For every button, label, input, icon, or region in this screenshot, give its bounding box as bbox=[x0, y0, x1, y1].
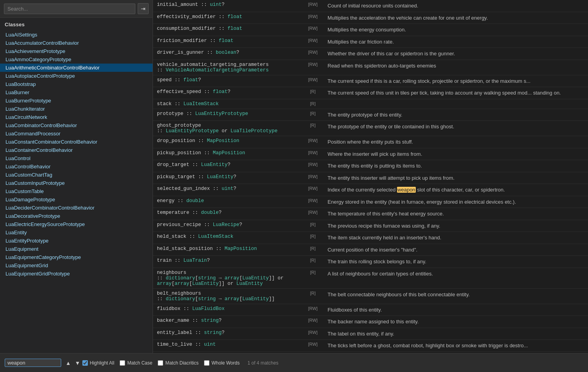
classes-list: LuaAISettingsLuaAccumulatorControlBehavi… bbox=[0, 30, 153, 353]
row-name: belt_neighbours:: dictionary[string → ar… bbox=[153, 288, 302, 304]
whole-words-option[interactable]: Whole Words bbox=[204, 360, 240, 366]
row-access: [RW] bbox=[302, 340, 324, 352]
row-access: [R] bbox=[302, 87, 324, 99]
row-desc: The entity prototype of this entity. bbox=[324, 109, 588, 121]
match-diacritics-label: Match Diacritics bbox=[165, 360, 198, 366]
sidebar-item[interactable]: LuaEntity bbox=[0, 228, 153, 237]
row-desc: Index of the currently selected weapon s… bbox=[324, 184, 588, 196]
whole-words-label: Whole Words bbox=[211, 360, 240, 366]
sidebar-item[interactable]: LuaDeciderCombinatorControlBehavior bbox=[0, 204, 153, 212]
sidebar-item[interactable]: LuaContainerControlBehavior bbox=[0, 146, 153, 154]
row-access: [RW] bbox=[302, 75, 324, 87]
table-row: belt_neighbours:: dictionary[string → ar… bbox=[153, 288, 588, 304]
sidebar-item[interactable]: LuaCustomInputPrototype bbox=[0, 179, 153, 187]
row-access: [R] bbox=[302, 256, 324, 268]
bottom-bar: ▲ ▼ Highlight All Match Case Match Diacr… bbox=[0, 353, 588, 372]
find-next-button[interactable]: ▼ bbox=[73, 359, 82, 367]
sidebar-item[interactable]: LuaCircuitNetwork bbox=[0, 113, 153, 121]
sidebar-title: Classes bbox=[0, 18, 153, 30]
row-name: prototype :: LuaEntityPrototype bbox=[153, 109, 302, 121]
highlight-all-checkbox[interactable] bbox=[82, 360, 88, 366]
row-access: [R] bbox=[302, 109, 324, 121]
row-name: temperature :: double? bbox=[153, 208, 302, 220]
table-row: previous_recipe :: LuaRecipe?[R]The prev… bbox=[153, 220, 588, 232]
row-access: [RW] bbox=[302, 316, 324, 328]
main-layout: ⇥ Classes LuaAISettingsLuaAccumulatorCon… bbox=[0, 0, 588, 353]
sidebar-item[interactable]: LuaBootstrap bbox=[0, 80, 153, 88]
sidebar-item[interactable]: LuaControlBehavior bbox=[0, 162, 153, 171]
table-row: effectivity_modifier :: float[RW]Multipl… bbox=[153, 12, 588, 24]
row-name: driver_is_gunner :: boolean? bbox=[153, 48, 302, 60]
search-input[interactable] bbox=[4, 4, 135, 14]
row-name: selected_gun_index :: uint? bbox=[153, 184, 302, 196]
table-row: friction_modifier :: float[RW]Multiplies… bbox=[153, 36, 588, 48]
row-name: train :: LuaTrain? bbox=[153, 256, 302, 268]
sidebar-item[interactable]: LuaDamagePrototype bbox=[0, 195, 153, 204]
row-desc: Where the inserter will pick up items fr… bbox=[324, 148, 588, 160]
match-case-option[interactable]: Match Case bbox=[120, 360, 152, 366]
sidebar-item[interactable]: LuaEquipment bbox=[0, 245, 153, 253]
search-toggle-button[interactable]: ⇥ bbox=[138, 3, 149, 14]
sidebar-item[interactable]: LuaChunkIterator bbox=[0, 105, 153, 113]
row-name: speed :: float? bbox=[153, 75, 302, 87]
sidebar-item[interactable]: LuaCustomChartTag bbox=[0, 171, 153, 179]
row-desc: The entity this inserter will attempt to… bbox=[324, 172, 588, 184]
sidebar-item[interactable]: LuaConstantCombinatorControlBehavior bbox=[0, 138, 153, 146]
sidebar-item[interactable]: LuaDecorativePrototype bbox=[0, 212, 153, 220]
sidebar-item[interactable]: LuaAutoplaceControlPrototype bbox=[0, 72, 153, 80]
sidebar-item[interactable]: LuaEquipmentGridPrototype bbox=[0, 270, 153, 278]
sidebar-item[interactable]: LuaControl bbox=[0, 154, 153, 162]
sidebar-item[interactable]: LuaAmmoCategoryPrototype bbox=[0, 55, 153, 64]
search-highlight: weapon bbox=[397, 187, 416, 193]
match-case-checkbox[interactable] bbox=[120, 360, 125, 366]
row-name: backer_name :: string? bbox=[153, 316, 302, 328]
match-case-label: Match Case bbox=[127, 360, 152, 366]
sidebar-item[interactable]: LuaAccumulatorControlBehavior bbox=[0, 39, 153, 47]
sidebar-item[interactable]: LuaArithmeticCombinatorControlBehavior bbox=[0, 64, 153, 72]
row-access: [RW] bbox=[302, 0, 324, 12]
row-name: pickup_position :: MapPosition bbox=[153, 148, 302, 160]
table-row: backer_name :: string?[RW]The backer nam… bbox=[153, 316, 588, 328]
table-row: entity_label :: string?[RW]The label on … bbox=[153, 328, 588, 340]
sidebar-item[interactable]: LuaCombinatorControlBehavior bbox=[0, 121, 153, 129]
search-bar: ⇥ bbox=[0, 0, 153, 18]
sidebar-item[interactable]: LuaAISettings bbox=[0, 31, 153, 39]
row-access: [RW] bbox=[302, 60, 324, 75]
row-access: [R] bbox=[302, 244, 324, 256]
table-row: ghost_prototype:: LuaEntityPrototype or … bbox=[153, 121, 588, 136]
table-row: initial_amount :: uint?[RW]Count of init… bbox=[153, 0, 588, 12]
sidebar-item[interactable]: LuaBurnerPrototype bbox=[0, 97, 153, 105]
row-desc: Read when this spidertron auto-targets e… bbox=[324, 60, 588, 75]
match-diacritics-checkbox[interactable] bbox=[158, 360, 163, 366]
highlight-all-option[interactable]: Highlight All bbox=[82, 360, 115, 366]
sidebar-item[interactable]: LuaEquipmentGrid bbox=[0, 261, 153, 270]
row-name: vehicle_automatic_targeting_parameters::… bbox=[153, 60, 302, 75]
row-name: previous_recipe :: LuaRecipe? bbox=[153, 220, 302, 232]
sidebar-item[interactable]: LuaAchievementPrototype bbox=[0, 47, 153, 55]
table-row: speed :: float?[RW]The current speed if … bbox=[153, 75, 588, 87]
row-access: [RW] bbox=[302, 160, 324, 172]
sidebar-item[interactable]: LuaEntityPrototype bbox=[0, 237, 153, 245]
table-row: held_stack :: LuaItemStack[R]The item st… bbox=[153, 232, 588, 244]
sidebar-item[interactable]: LuaCustomTable bbox=[0, 187, 153, 195]
row-name: effective_speed :: float? bbox=[153, 87, 302, 99]
row-desc: Fluidboxes of this entity. bbox=[324, 304, 588, 316]
table-row: drop_position :: MapPosition[RW]Position… bbox=[153, 136, 588, 148]
row-access: [RW] bbox=[302, 148, 324, 160]
row-desc: The current speed of this unit in tiles … bbox=[324, 87, 588, 99]
whole-words-checkbox[interactable] bbox=[204, 360, 209, 366]
row-access: [RW] bbox=[302, 328, 324, 340]
match-diacritics-option[interactable]: Match Diacritics bbox=[158, 360, 198, 366]
table-row: train :: LuaTrain?[R]The train this roll… bbox=[153, 256, 588, 268]
table-row: energy :: double[RW]Energy stored in the… bbox=[153, 196, 588, 208]
find-prev-button[interactable]: ▲ bbox=[64, 359, 73, 367]
row-access: [RW] bbox=[302, 24, 324, 36]
find-input[interactable] bbox=[7, 360, 58, 366]
sidebar-item[interactable]: LuaCommandProcessor bbox=[0, 129, 153, 138]
row-desc: The label on this entity, if any. bbox=[324, 328, 588, 340]
sidebar-item[interactable]: LuaEquipmentCategoryPrototype bbox=[0, 253, 153, 261]
content-area[interactable]: initial_amount :: uint?[RW]Count of init… bbox=[153, 0, 588, 353]
row-access: [RW] bbox=[302, 196, 324, 208]
sidebar-item[interactable]: LuaElectricEnergySourcePrototype bbox=[0, 220, 153, 228]
sidebar-item[interactable]: LuaBurner bbox=[0, 88, 153, 97]
